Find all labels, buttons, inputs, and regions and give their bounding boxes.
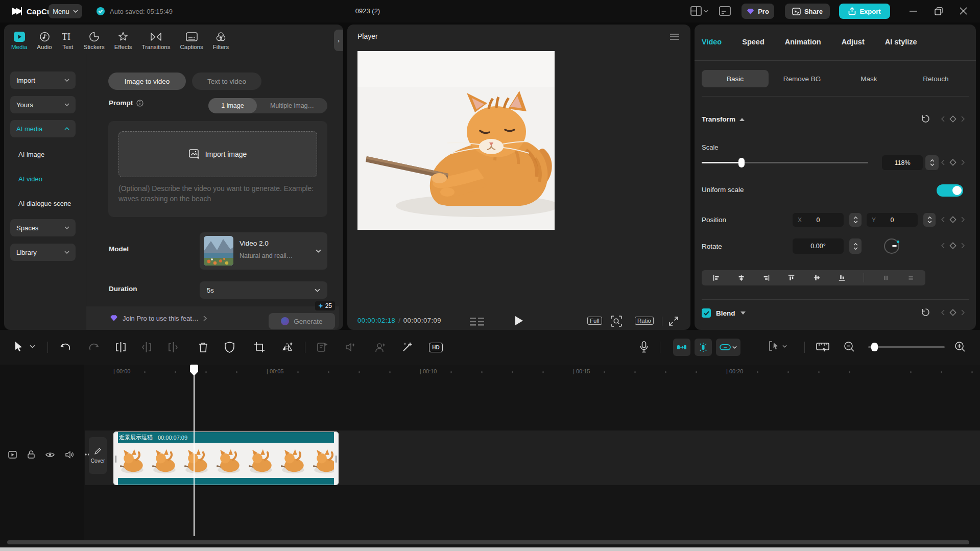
timeline-zoom-thumb[interactable] <box>871 343 878 351</box>
auto-preview-toggle[interactable] <box>695 339 712 356</box>
tab-animation[interactable]: Animation <box>785 38 821 46</box>
timeline-scale-icon[interactable] <box>816 341 829 353</box>
tab-ai-stylize[interactable]: AI stylize <box>885 38 917 46</box>
ai-character-icon[interactable] <box>374 342 386 353</box>
audio-enhance-icon[interactable] <box>345 342 356 353</box>
align-top-icon[interactable] <box>788 274 795 282</box>
model-selector[interactable]: Video 2.0 Natural and reali… <box>200 232 327 270</box>
share-button[interactable]: Share <box>785 4 830 19</box>
sidebar-item-ai-video[interactable]: AI video <box>10 170 82 187</box>
distribute-v-icon[interactable] <box>907 274 914 282</box>
rotate-stepper[interactable] <box>849 238 862 254</box>
add-keyframe-icon[interactable] <box>949 216 957 223</box>
align-middle-v-icon[interactable] <box>814 274 820 282</box>
info-icon[interactable] <box>136 100 144 107</box>
timeline-scrollbar[interactable] <box>7 540 969 544</box>
position-x-stepper[interactable] <box>849 213 862 227</box>
pro-button[interactable]: Pro <box>742 4 774 19</box>
generate-button[interactable]: Generate <box>269 313 335 329</box>
zoom-out-icon[interactable] <box>844 341 855 352</box>
next-keyframe-icon[interactable] <box>961 243 965 249</box>
record-mic-icon[interactable] <box>640 341 648 353</box>
sidebar-ai-media-button[interactable]: AI media <box>10 120 76 137</box>
delete-right-icon[interactable] <box>167 342 178 353</box>
timeline-zoom-slider[interactable] <box>868 346 945 348</box>
cover-button[interactable]: Cover <box>89 437 107 474</box>
expand-panel-button[interactable]: › <box>334 30 343 51</box>
select-tool-chevron-icon[interactable] <box>30 345 35 348</box>
split-icon[interactable] <box>115 342 126 353</box>
undo-icon[interactable] <box>60 342 71 353</box>
player-menu-icon[interactable] <box>670 34 679 40</box>
mask-icon[interactable] <box>225 342 234 353</box>
tab-text[interactable]: TI Text <box>62 32 74 50</box>
minimize-button[interactable] <box>910 11 917 12</box>
scale-stepper[interactable] <box>925 155 939 170</box>
mirror-flip-icon[interactable] <box>281 341 294 353</box>
main-track-icon[interactable] <box>8 451 17 459</box>
fullscreen-icon[interactable] <box>668 316 679 326</box>
ratio-button[interactable]: Ratio <box>635 317 654 325</box>
next-keyframe-icon[interactable] <box>961 116 965 122</box>
blend-reset-icon[interactable] <box>921 308 930 317</box>
tab-video[interactable]: Video <box>702 38 722 46</box>
sidebar-item-ai-image[interactable]: AI image <box>10 146 82 163</box>
play-button[interactable] <box>515 316 523 326</box>
add-keyframe-icon[interactable] <box>949 115 957 123</box>
add-keyframe-icon[interactable] <box>949 309 957 316</box>
extract-audio-icon[interactable] <box>317 342 328 353</box>
prev-keyframe-icon[interactable] <box>941 159 945 165</box>
uniform-scale-toggle[interactable] <box>937 184 963 197</box>
rotate-value-box[interactable]: 0.00° <box>793 238 844 254</box>
magic-wand-icon[interactable] <box>401 341 413 353</box>
position-x-box[interactable]: X 0 <box>793 213 844 227</box>
align-center-h-icon[interactable] <box>738 274 745 282</box>
import-image-dropzone[interactable]: Import image <box>118 131 317 177</box>
hd-quality-icon[interactable]: HD <box>429 343 443 352</box>
add-keyframe-icon[interactable] <box>949 159 957 166</box>
selection-mode-dropdown[interactable] <box>768 340 787 352</box>
export-button[interactable]: Export <box>839 4 890 19</box>
add-keyframe-icon[interactable] <box>949 242 957 249</box>
restore-button[interactable] <box>935 7 943 15</box>
next-keyframe-icon[interactable] <box>961 159 965 165</box>
sidebar-spaces-button[interactable]: Spaces <box>10 219 76 236</box>
playhead-line[interactable] <box>194 366 195 536</box>
delete-left-icon[interactable] <box>142 342 153 353</box>
duration-dropdown[interactable]: 5s <box>200 281 327 299</box>
zoom-in-icon[interactable] <box>954 341 966 352</box>
align-left-icon[interactable] <box>713 274 720 282</box>
preview-quality-icon[interactable] <box>611 316 622 327</box>
transform-header[interactable]: Transform <box>702 115 745 123</box>
tab-filters[interactable]: Filters <box>213 32 229 50</box>
video-preview[interactable] <box>357 51 555 230</box>
clip-trim-handle-right[interactable] <box>334 432 338 485</box>
align-right-icon[interactable] <box>763 274 770 282</box>
mode-image-to-video[interactable]: Image to video <box>108 73 186 90</box>
frame-list-icon[interactable] <box>470 318 485 326</box>
next-keyframe-icon[interactable] <box>961 217 965 223</box>
position-y-box[interactable]: Y 0 <box>867 213 918 227</box>
blend-header[interactable]: Blend <box>702 308 746 318</box>
subtab-mask[interactable]: Mask <box>835 70 902 87</box>
position-y-stepper[interactable] <box>923 213 936 227</box>
prev-keyframe-icon[interactable] <box>941 243 945 249</box>
next-keyframe-icon[interactable] <box>961 309 965 316</box>
join-pro-link[interactable]: Join Pro to use this feat… <box>110 306 207 330</box>
tab-audio[interactable]: Audio <box>37 32 52 50</box>
prev-keyframe-icon[interactable] <box>941 309 945 316</box>
close-button[interactable] <box>960 7 967 15</box>
segment-one-image[interactable]: 1 image <box>208 98 257 113</box>
tab-adjust[interactable]: Adjust <box>842 38 865 46</box>
segment-multiple-images[interactable]: Multiple imag… <box>257 98 327 113</box>
timeline-clip[interactable]: 近景展示逗猫 00:00:07:09 <box>113 432 339 485</box>
tab-transitions[interactable]: Transitions <box>142 32 171 50</box>
layout-toggle-button[interactable] <box>690 6 708 16</box>
delete-icon[interactable] <box>198 342 208 353</box>
tab-media[interactable]: Media <box>11 32 27 50</box>
link-toggle[interactable] <box>716 339 740 356</box>
prev-keyframe-icon[interactable] <box>941 217 945 223</box>
subtab-remove-bg[interactable]: Remove BG <box>769 70 835 87</box>
sidebar-item-ai-dialogue[interactable]: AI dialogue scene <box>10 195 86 212</box>
tab-speed[interactable]: Speed <box>742 38 764 46</box>
